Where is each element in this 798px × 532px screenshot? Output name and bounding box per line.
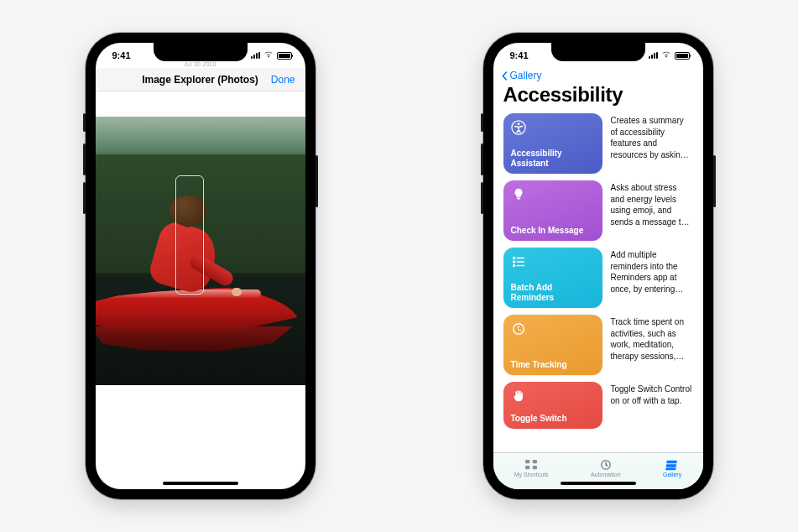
card-title: Accessibility Assistant [511,149,595,168]
svg-point-6 [513,265,514,267]
card-title: Check In Message [511,226,595,236]
card-toggle-switch[interactable]: Toggle Switch [503,382,602,429]
tab-label: My Shortcuts [514,472,549,477]
gallery-icon [665,459,680,471]
wifi-icon [263,50,274,60]
tab-my-shortcuts[interactable]: My Shortcuts [514,459,549,477]
tab-label: Gallery [663,472,681,477]
svg-rect-14 [666,460,677,463]
back-label: Gallery [510,70,542,81]
card-desc: Track time spent on activities, such as … [611,315,693,375]
svg-point-4 [513,261,514,263]
list-item[interactable]: Batch Add Reminders Add multiple reminde… [503,248,693,308]
svg-point-2 [513,258,514,259]
list-item[interactable]: Accessibility Assistant Creates a summar… [503,113,693,174]
card-check-in-message[interactable]: Check In Message [503,180,602,241]
notch [154,43,248,61]
back-button[interactable]: Gallery [493,68,703,81]
status-time: 9:41 [510,50,529,60]
card-desc: Asks about stress and energy levels usin… [611,180,693,241]
grid-icon [524,459,539,471]
home-indicator[interactable] [561,482,636,485]
modal-title: Image Explorer (Photos) [142,74,258,86]
card-batch-add-reminders[interactable]: Batch Add Reminders [503,248,602,308]
tab-automation[interactable]: Automation [591,459,620,477]
card-desc: Creates a summary of accessibility featu… [611,113,693,174]
page-title: Accessibility [493,81,703,113]
card-title: Toggle Switch [511,414,595,424]
phone-left: 9:41 Jul 30 2010 Image Explorer (Photos)… [86,33,316,499]
svg-rect-11 [525,465,529,468]
phone-right: 9:41 Gallery Accessibility Accessibility… [483,33,713,499]
list-item[interactable]: Check In Message Asks about stress and e… [503,180,693,241]
svg-rect-9 [525,459,529,462]
svg-rect-15 [666,464,677,467]
card-accessibility-assistant[interactable]: Accessibility Assistant [503,113,602,174]
status-time: 9:41 [112,50,131,60]
lightbulb-icon [511,187,526,202]
card-desc: Toggle Switch Control on or off with a t… [611,382,693,429]
status-indicators [649,50,690,60]
card-time-tracking[interactable]: Time Tracking [503,315,602,375]
list-icon [511,254,526,269]
notch [551,43,645,61]
accessibility-icon [511,120,526,135]
done-button[interactable]: Done [271,74,295,86]
svg-rect-16 [665,467,676,470]
tab-gallery[interactable]: Gallery [663,459,681,477]
photo-viewport[interactable] [96,117,305,385]
shortcut-list[interactable]: Accessibility Assistant Creates a summar… [493,113,703,452]
cellular-icon [649,52,658,59]
svg-rect-12 [533,465,537,468]
card-desc: Add multiple reminders into the Reminder… [611,248,693,308]
list-item[interactable]: Toggle Switch Toggle Switch Control on o… [503,382,693,429]
list-item[interactable]: Time Tracking Track time spent on activi… [503,315,693,375]
battery-icon [277,52,292,60]
clock-icon [511,321,526,336]
card-title: Batch Add Reminders [511,283,595,302]
home-indicator[interactable] [163,482,238,485]
modal-titlebar: Image Explorer (Photos) Done [96,68,305,91]
battery-icon [675,52,690,60]
card-title: Time Tracking [511,360,595,370]
hand-icon [511,389,526,404]
svg-point-1 [517,123,519,125]
tab-label: Automation [591,472,620,477]
automation-icon [598,459,613,471]
focus-rectangle[interactable] [175,175,204,295]
status-indicators [251,50,292,60]
svg-rect-10 [533,459,537,462]
wifi-icon [661,50,671,60]
cellular-icon [251,52,260,59]
